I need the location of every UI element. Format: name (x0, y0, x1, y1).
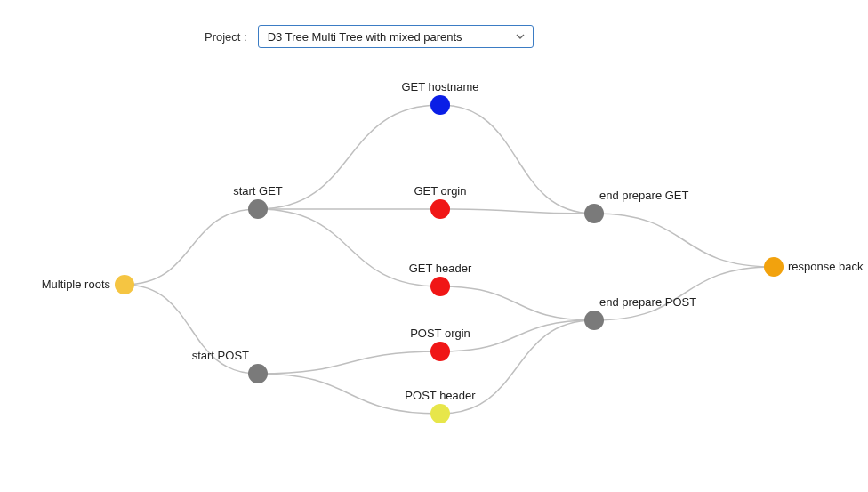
graph-node-label: Multiple roots (42, 278, 111, 291)
graph-node-label: response back (788, 260, 864, 273)
graph-node-getOrigin[interactable]: GET orgin (414, 184, 466, 219)
svg-point-8 (584, 204, 604, 223)
svg-point-9 (584, 311, 604, 330)
svg-point-10 (764, 257, 784, 277)
graph-edge (594, 267, 774, 320)
svg-point-3 (430, 95, 450, 115)
graph-node-postHeader[interactable]: POST header (405, 389, 476, 423)
graph-canvas: Multiple rootsstart GETstart POSTGET hos… (0, 0, 868, 492)
svg-point-5 (430, 277, 450, 296)
graph-node-label: start GET (233, 184, 283, 198)
graph-node-label: POST orgin (410, 327, 470, 340)
svg-point-1 (248, 199, 268, 219)
graph-node-label: POST header (405, 389, 476, 402)
graph-edge (258, 351, 440, 374)
graph-node-label: GET header (409, 262, 472, 275)
svg-point-0 (115, 275, 134, 294)
svg-point-4 (430, 199, 450, 219)
graph-node-response[interactable]: response back (764, 257, 864, 277)
svg-point-2 (248, 364, 268, 383)
graph-node-endPost[interactable]: end prepare POST (584, 295, 696, 330)
graph-node-label: end prepare GET (599, 189, 689, 202)
graph-node-getHeader[interactable]: GET header (409, 262, 472, 296)
graph-node-label: end prepare POST (599, 295, 696, 309)
graph-edge (125, 209, 258, 285)
graph-node-startGet[interactable]: start GET (233, 184, 283, 219)
graph-node-root[interactable]: Multiple roots (42, 275, 134, 294)
graph-node-label: start POST (192, 349, 249, 362)
svg-point-6 (430, 342, 450, 361)
graph-edge (440, 286, 594, 320)
graph-edge (594, 214, 774, 267)
svg-point-7 (430, 404, 450, 423)
graph-node-startPost[interactable]: start POST (192, 349, 268, 383)
graph-node-postOrigin[interactable]: POST orgin (410, 327, 470, 361)
graph-node-label: GET hostname (401, 80, 478, 93)
graph-edge (258, 105, 440, 209)
graph-node-label: GET orgin (414, 184, 466, 198)
